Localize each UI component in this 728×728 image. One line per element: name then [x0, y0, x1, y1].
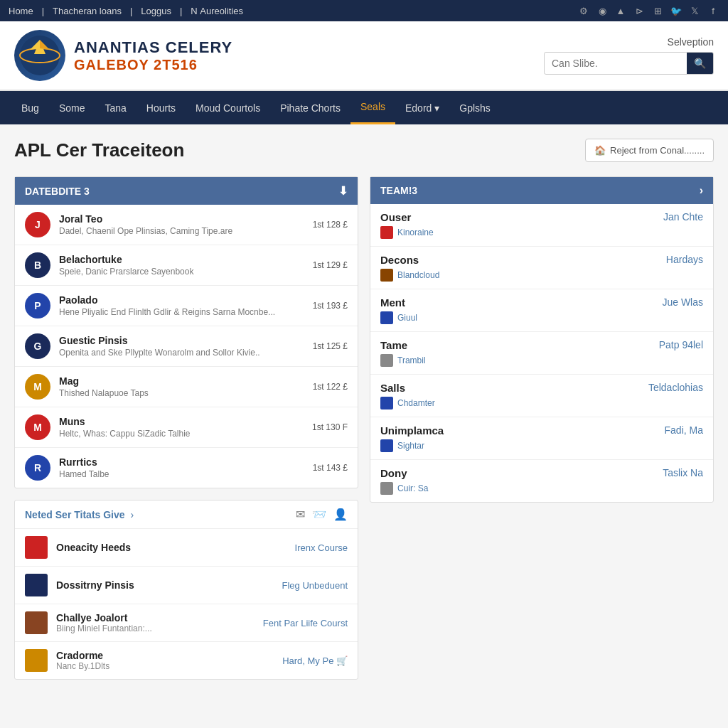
bottom-list-item: Oneacity Heeds Irenx Course [15, 528, 358, 566]
item-meta-4: 1st 122 £ [313, 382, 348, 392]
bottom-item-link-2[interactable]: Fent Par Liife Courst [263, 618, 348, 628]
team-item-6: Dony Taslix Na Cuir: Sa [370, 460, 713, 502]
gear-icon[interactable]: ⚙ [577, 4, 590, 17]
filter-button[interactable]: 🏠 Reject from Conal........ [585, 139, 714, 162]
team-link-5[interactable]: Fadi, Ma [665, 424, 703, 436]
bottom-item-link-1[interactable]: Fleg Unbeduent [282, 580, 348, 591]
top-bar-links: Home | Thacheran loans | Loggus | Ν Aure… [9, 6, 243, 16]
user-icon[interactable]: 👤 [333, 508, 348, 521]
mail-open-icon[interactable]: ✉ [296, 508, 305, 521]
nav-tana[interactable]: Tana [95, 92, 136, 124]
team-sub-4: Chdamter [380, 397, 703, 410]
team-link-2[interactable]: Jue Wlas [662, 296, 703, 308]
item-icon-5: M [25, 414, 50, 440]
list-item: J Joral Teo Dadel, Chaenil Ope Plinsias,… [15, 205, 358, 245]
nav-gplshs[interactable]: Gplshs [449, 92, 500, 124]
team-sub-5: Sightar [380, 439, 703, 452]
team-subtext-0: Kinoraine [397, 228, 434, 237]
nav-aureolities[interactable]: Ν Aureolities [191, 6, 243, 16]
nav-some[interactable]: Some [49, 92, 95, 124]
teams-header: TEAM!3 › [370, 177, 713, 204]
item-meta-3: 1st 125 £ [313, 341, 348, 351]
item-icon-6: R [25, 455, 50, 481]
item-info-1: Belachortuke Speie, Danic Prarslarce Say… [59, 254, 304, 277]
chevron-right-panel-icon[interactable]: › [700, 184, 703, 197]
nav-hourts[interactable]: Hourts [136, 92, 186, 124]
item-subtitle-2: Hene Pliyalic End Flinlth Gdlir & Reigin… [59, 307, 304, 317]
list-item: M Muns Heltc, Whas: Cappu SiZadic Talhie… [15, 407, 358, 448]
team-name-4: Salls [380, 382, 405, 394]
team-link-3[interactable]: Patp 94lel [659, 339, 703, 350]
team-row-2: Ment Jue Wlas [380, 296, 703, 309]
team-badge-0 [380, 226, 393, 239]
nav-sep3: | [180, 6, 182, 16]
team-subtext-3: Trambil [397, 355, 426, 365]
two-column-layout: DATEBDITE 3 ⬇ J Joral Teo Dadel, Chaenil… [14, 176, 714, 680]
chevron-right-icon[interactable]: › [131, 509, 134, 520]
item-subtitle-5: Heltc, Whas: Cappu SiZadic Talhie [59, 429, 304, 439]
team-link-4[interactable]: Teldaclohias [648, 382, 703, 393]
page-header: APL Cer Traceiteon 🏠 Reject from Conal..… [14, 139, 714, 162]
team-row-3: Tame Patp 94lel [380, 339, 703, 351]
bird1-icon[interactable]: 🐦 [670, 4, 682, 17]
bird2-icon[interactable]: 𝕏 [688, 4, 701, 17]
item-icon-1: B [25, 252, 50, 278]
top-bar-icons: ⚙ ◉ ▲ ⊳ ⊞ 🐦 𝕏 f [577, 4, 719, 17]
site-title-bottom: GALEBOY 2T516 [74, 57, 232, 73]
list-item: M Mag Thished Nalapuoe Taps 1st 122 £ [15, 367, 358, 407]
nav-bug[interactable]: Bug [11, 92, 49, 124]
team-badge-5 [380, 439, 393, 452]
team-badge-1 [380, 269, 393, 282]
team-name-2: Ment [380, 296, 405, 309]
bottom-list-item: Challye Joalort Biing Miniel Funtantian:… [15, 604, 358, 641]
nav-pihate-chorts[interactable]: Pihate Chorts [270, 92, 350, 124]
team-sub-3: Trambil [380, 354, 703, 367]
item-info-0: Joral Teo Dadel, Chaenil Ope Plinsias, C… [59, 213, 304, 236]
bottom-item-link-3[interactable]: Hard, My Pe 🛒 [282, 655, 348, 666]
team-item-3: Tame Patp 94lel Trambil [370, 332, 713, 375]
nav-home[interactable]: Home [9, 6, 33, 16]
bookmark-icon[interactable]: ⊳ [633, 4, 646, 17]
list-item: P Paolado Hene Pliyalic End Flinlth Gdli… [15, 286, 358, 326]
team-item-1: Decons Hardays Blandcloud [370, 247, 713, 289]
nav-moud-courtols[interactable]: Moud Courtols [186, 92, 270, 124]
mail-icon[interactable]: 📨 [312, 508, 326, 521]
bottom-section-header: Neted Ser Titats Give › ✉ 📨 👤 [15, 500, 358, 528]
team-subtext-2: Giuul [397, 313, 417, 323]
bottom-item-title-2: Challye Joalort [56, 612, 255, 623]
nav-loans[interactable]: Thacheran loans [53, 6, 122, 16]
nav-loggus[interactable]: Loggus [141, 6, 171, 16]
team-row-6: Dony Taslix Na [380, 467, 703, 479]
bottom-item-info-1: Dossitrny Pinsis [56, 579, 273, 591]
search-input[interactable] [545, 53, 687, 73]
team-subtext-4: Chdamter [397, 398, 435, 408]
bottom-item-link-0[interactable]: Irenx Course [295, 542, 348, 553]
team-link-6[interactable]: Taslix Na [663, 467, 703, 478]
nav-edord[interactable]: Edord ▾ [395, 92, 449, 124]
search-button[interactable]: 🔍 [687, 53, 713, 74]
team-link-1[interactable]: Hardays [666, 254, 703, 265]
site-title: ANANTIAS CELERY GALEBOY 2T516 [74, 38, 232, 73]
nav-sep: | [42, 6, 44, 16]
item-meta-6: 1st 143 £ [313, 463, 348, 473]
bottom-item-sub-3: Nanc By.1Dlts [56, 661, 274, 671]
bottom-item-icon-2 [25, 611, 48, 634]
team-name-6: Dony [380, 467, 407, 479]
team-name-0: Ouser [380, 211, 411, 223]
item-subtitle-4: Thished Nalapuoe Taps [59, 388, 304, 398]
datebdite-panel: DATEBDITE 3 ⬇ J Joral Teo Dadel, Chaenil… [14, 176, 358, 488]
nav-seals[interactable]: Seals [350, 91, 395, 124]
signal-icon[interactable]: ▲ [614, 4, 627, 17]
team-item-5: Unimplamca Fadi, Ma Sightar [370, 417, 713, 460]
team-badge-2 [380, 311, 393, 324]
site-logo [14, 30, 65, 81]
user-circle-icon[interactable]: ◉ [596, 4, 609, 17]
logo-area: ANANTIAS CELERY GALEBOY 2T516 [14, 30, 232, 81]
bottom-item-icon-3 [25, 649, 48, 672]
grid-icon[interactable]: ⊞ [651, 4, 664, 17]
team-badge-4 [380, 397, 393, 410]
team-link-0[interactable]: Jan Chte [663, 211, 703, 223]
download-icon[interactable]: ⬇ [338, 184, 348, 198]
subscription-link[interactable]: Selveption [668, 36, 714, 48]
facebook-icon[interactable]: f [707, 4, 719, 17]
